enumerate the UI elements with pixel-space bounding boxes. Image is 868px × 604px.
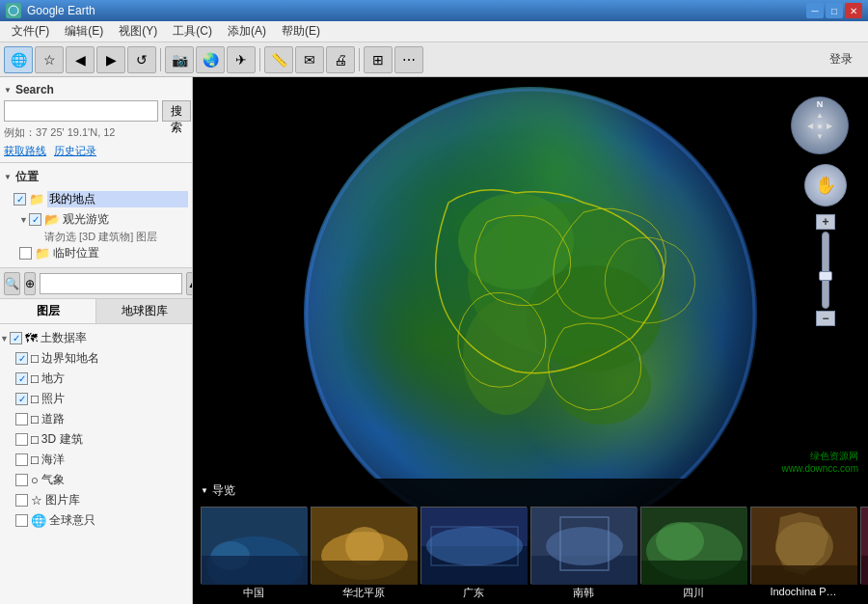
my-places-checkbox[interactable]: ✓ [14,193,26,206]
terrain-checkbox[interactable]: ✓ [10,332,22,344]
roads-item[interactable]: □ 道路 [0,409,192,429]
toolbar-camera-btn[interactable]: 📷 [165,46,194,73]
tour-item-guangdong[interactable]: 广东 [420,507,527,600]
toolbar: 🌐 ☆ ◀ ▶ ↺ 📷 🌏 ✈ 📏 ✉ 🖨 ⊞ ⋯ 登录 [0,42,868,77]
terrain-icon: 🗺 [25,331,38,345]
menu-add[interactable]: 添加(A) [220,21,274,41]
ocean-item[interactable]: □ 海洋 [0,450,192,470]
toolbar-layers-btn[interactable]: ⊞ [364,46,393,73]
gallery-checkbox[interactable] [15,494,28,507]
toolbar-refresh-btn[interactable]: ↺ [127,46,156,73]
tour-thumb-liaoning [860,507,868,584]
global-only-item[interactable]: 🌐 全球意只 [0,510,192,531]
places-item[interactable]: ✓ □ 地方 [0,369,192,389]
sidebar-add-btn[interactable]: ⊕ [24,272,36,295]
zoom-out-button[interactable]: − [816,311,835,326]
sidebar-up-btn[interactable]: ▲ [186,272,193,295]
compass-center-btn[interactable]: ● [815,121,824,131]
places-checkbox[interactable]: ✓ [15,372,28,385]
sightseeing-checkbox[interactable]: ✓ [29,213,41,226]
minimize-button[interactable]: ─ [806,3,824,18]
toolbar-more-btn[interactable]: ⋯ [394,46,423,73]
compass-e-btn[interactable]: ▶ [826,121,834,131]
search-hint: 例如：37 25' 19.1'N, 12 [4,125,188,140]
terrain-item[interactable]: ▼ ✓ 🗺 土数据率 [0,328,192,348]
map-area[interactable]: N ▲ ◀ ● ▶ ▼ ✋ + [193,77,868,604]
toolbar-earth-btn[interactable]: 🌏 [196,46,225,73]
tour-section: ▼ 导览 中国 [193,479,868,604]
menu-edit[interactable]: 编辑(E) [57,21,111,41]
menu-tools[interactable]: 工具(C) [165,21,220,41]
ocean-checkbox[interactable] [15,453,28,466]
tour-item-indochina[interactable]: Indochina P… [750,507,856,600]
menu-file[interactable]: 文件(F) [4,21,57,41]
terrain-expand-icon: ▼ [0,334,10,343]
position-label: 位置 [15,169,39,185]
sightseeing-item[interactable]: ▼ ✓ 📂 观光游览 [4,209,188,230]
tour-item-north-plain[interactable]: 华北平原 [311,507,417,600]
menu-help[interactable]: 帮助(E) [274,21,328,41]
global-only-checkbox[interactable] [15,514,28,527]
layers-tab[interactable]: 图层 [0,299,96,323]
toolbar-forward-btn[interactable]: ▶ [96,46,125,73]
app-icon [6,3,21,18]
tour-item-sichuan[interactable]: 四川 [640,507,746,600]
login-button[interactable]: 登录 [818,47,864,71]
search-triangle-icon: ▼ [4,86,12,95]
search-button[interactable]: 搜索 [162,100,191,122]
earth-globe[interactable] [304,87,757,540]
sidebar-search-field[interactable] [40,273,182,294]
search-input[interactable] [4,100,158,122]
app-title: Google Earth [27,4,95,17]
sidebar-search-btn[interactable]: 🔍 [4,272,20,295]
tour-item-korea[interactable]: 南韩 [530,507,637,600]
zoom-track[interactable] [822,232,829,309]
toolbar-back-btn[interactable]: ◀ [66,46,95,73]
main-layout: ▼ Search 搜索 例如：37 25' 19.1'N, 12 获取路线 历史… [0,77,868,604]
globe-gallery-tab[interactable]: 地球图库 [96,299,192,323]
photos-checkbox[interactable]: ✓ [15,393,28,405]
get-directions-link[interactable]: 获取路线 [4,144,46,158]
weather-checkbox[interactable] [15,474,28,486]
borders-checkbox[interactable]: ✓ [15,352,28,365]
maximize-button[interactable]: □ [826,3,843,18]
temp-pos-item[interactable]: 📁 临时位置 [4,243,188,263]
places-icon: □ [31,371,39,386]
compass-w-btn[interactable]: ◀ [805,121,814,131]
borders-icon: □ [31,351,39,366]
photos-item[interactable]: ✓ □ 照片 [0,389,192,409]
nav-compass[interactable]: N ▲ ◀ ● ▶ ▼ [791,96,849,154]
temp-pos-icon: 📁 [35,246,50,261]
compass-s-btn[interactable]: ▼ [815,132,824,141]
3d-buildings-checkbox[interactable] [15,433,28,446]
pan-button[interactable]: ✋ [804,164,847,206]
compass-n-btn[interactable]: ▲ [815,111,824,120]
3d-buildings-item[interactable]: □ 3D 建筑 [0,429,192,450]
my-places-item[interactable]: ✓ 📁 我的地点 [4,189,188,209]
svg-rect-30 [751,565,857,585]
roads-checkbox[interactable] [15,413,28,426]
ocean-label: 海洋 [41,452,192,468]
tour-item-liaoning[interactable]: 辽宁 [860,507,868,600]
toolbar-globe-btn[interactable]: 🌐 [4,46,33,73]
toolbar-email-btn[interactable]: ✉ [295,46,324,73]
layers-list: ▼ ✓ 🗺 土数据率 ✓ □ 边界知地名 ✓ □ 地方 ✓ [0,324,192,604]
toolbar-sep2 [259,48,260,71]
compass-ring[interactable]: N ▲ ◀ ● ▶ ▼ [791,96,849,154]
compass-sw [805,132,814,141]
tour-item-china[interactable]: 中国 [201,507,307,600]
close-button[interactable]: ✕ [845,3,862,18]
toolbar-star-btn[interactable]: ☆ [35,46,64,73]
temp-pos-checkbox[interactable] [19,247,32,260]
zoom-in-button[interactable]: + [816,214,835,230]
history-link[interactable]: 历史记录 [54,144,96,158]
toolbar-print-btn[interactable]: 🖨 [326,46,355,73]
toolbar-nav-btn[interactable]: ✈ [227,46,256,73]
weather-item[interactable]: ○ 气象 [0,470,192,490]
zoom-thumb[interactable] [819,271,832,281]
toolbar-ruler-btn[interactable]: 📏 [264,46,293,73]
menu-view[interactable]: 视图(Y) [111,21,165,41]
borders-item[interactable]: ✓ □ 边界知地名 [0,348,192,369]
svg-point-26 [656,522,704,561]
gallery-item[interactable]: ☆ 图片库 [0,490,192,510]
